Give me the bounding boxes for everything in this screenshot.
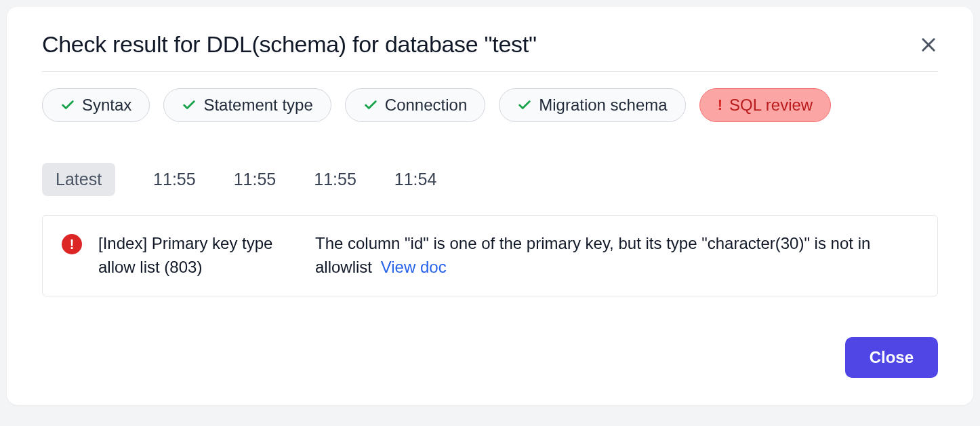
check-icon: [60, 98, 75, 113]
view-doc-link[interactable]: View doc: [381, 258, 447, 276]
check-label: Migration schema: [539, 96, 667, 115]
modal-footer: Close: [42, 337, 938, 378]
check-icon: [182, 98, 197, 113]
check-icon: [517, 98, 532, 113]
tab-time[interactable]: 11:55: [314, 163, 356, 196]
result-row: ! [Index] Primary key type allow list (8…: [42, 215, 938, 296]
check-icon: [363, 98, 378, 113]
modal-title: Check result for DDL(schema) for databas…: [42, 31, 537, 58]
result-message-wrap: The column "id" is one of the primary ke…: [315, 232, 918, 279]
result-content: [Index] Primary key type allow list (803…: [98, 232, 918, 279]
tab-time[interactable]: 11:55: [234, 163, 277, 196]
close-button[interactable]: Close: [845, 337, 938, 378]
check-label: Statement type: [203, 96, 312, 115]
tab-latest[interactable]: Latest: [42, 163, 115, 196]
result-title: [Index] Primary key type allow list (803…: [98, 232, 288, 279]
tab-time[interactable]: 11:54: [394, 163, 437, 196]
error-icon: !: [62, 234, 82, 254]
check-label: Syntax: [82, 96, 131, 115]
check-pill-migration-schema[interactable]: Migration schema: [499, 88, 685, 122]
tab-time[interactable]: 11:55: [153, 163, 196, 196]
exclamation-icon: !: [718, 98, 722, 113]
check-pill-sql-review[interactable]: ! SQL review: [699, 88, 831, 122]
check-pill-syntax[interactable]: Syntax: [42, 88, 150, 122]
check-pill-statement-type[interactable]: Statement type: [163, 88, 331, 122]
modal-header: Check result for DDL(schema) for databas…: [42, 31, 938, 72]
check-result-modal: Check result for DDL(schema) for databas…: [7, 7, 973, 405]
check-pills: Syntax Statement type Connection Migrati…: [42, 88, 938, 122]
check-pill-connection[interactable]: Connection: [345, 88, 485, 122]
check-label: Connection: [385, 96, 467, 115]
time-tabs: Latest 11:55 11:55 11:55 11:54: [42, 163, 938, 196]
close-icon[interactable]: [919, 35, 938, 54]
check-label: SQL review: [729, 96, 813, 115]
